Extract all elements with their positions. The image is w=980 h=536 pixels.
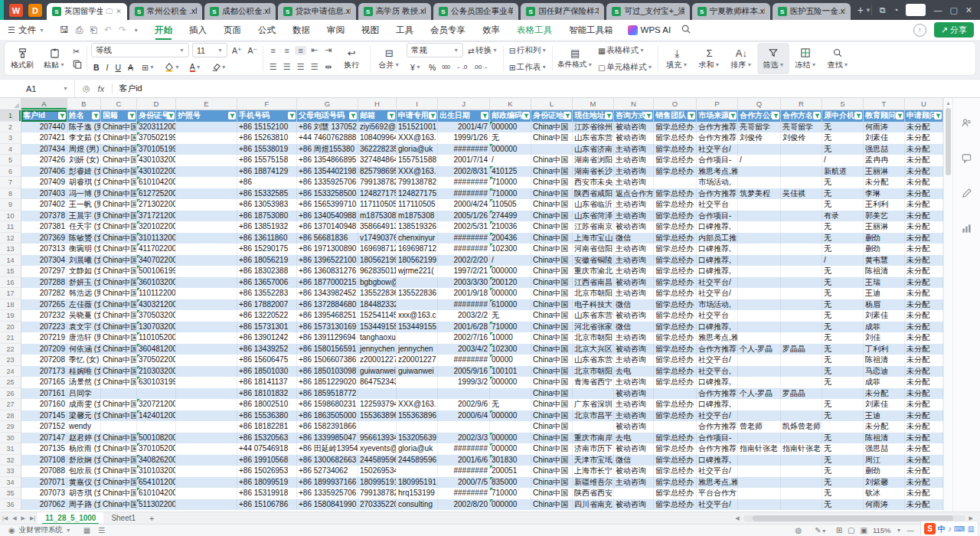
menu-item-效率[interactable]: 效率 [474,20,508,40]
cell-J15[interactable]: 1997/2/21 [438,266,490,277]
cell-E3[interactable] [176,132,237,144]
cell-J25[interactable]: 1999/3/2 [438,377,490,388]
cell-T6[interactable]: 王丽淋 [864,166,905,178]
undo-icon[interactable]: ↶ [104,25,112,35]
cell-K13[interactable]: 102300 [490,243,531,255]
cell-C34[interactable]: China中国 [101,477,137,489]
decrease-font-icon[interactable]: A⁻ [247,46,260,55]
cell-E28[interactable] [176,410,237,422]
cell-R19[interactable] [781,310,822,322]
cell-I36[interactable]: consulting [397,499,438,511]
cell-O4[interactable]: 留学总经办 [654,144,697,155]
cell-E2[interactable] [176,122,237,133]
cell-F25[interactable]: +86 18141137 [237,377,297,388]
cell-B19[interactable]: 吴晓蔓 (女 [67,310,101,322]
column-letter-P[interactable]: P [697,98,738,110]
cell-F31[interactable]: +44 07546918 [237,443,297,455]
cell-T13[interactable]: 蒯劲 [864,243,905,255]
cell-S21[interactable]: 无 [822,332,864,344]
avatar[interactable] [906,4,926,16]
scroll-up-arrow-icon[interactable]: ▲ [944,98,952,107]
cell-J10[interactable]: 2005/1/26 [438,211,490,222]
cell-B18[interactable]: 左佳薇 (女 [67,299,101,311]
header-cell-U[interactable]: 申请顾问 [905,110,943,122]
cell-J24[interactable]: 2005/9/16 [438,366,490,377]
row-number[interactable]: 15 [0,266,21,277]
cell-F24[interactable]: +86 18501030 [237,366,297,377]
cell-J32[interactable]: 2001/6/6 [438,455,490,466]
filter-dropdown-button[interactable] [688,112,695,119]
font-color-button[interactable]: A▼ [188,63,203,72]
cell-M33[interactable]: 上海市长宁 [573,466,614,477]
wrap-text-button[interactable]: ↩ 换行 [335,43,368,74]
cell-D11[interactable]: 32010220020531242X [137,221,176,233]
row-number[interactable]: 21 [0,332,21,344]
cell-L6[interactable]: China中国 [531,166,573,178]
cell-K11[interactable]: 210036 [490,221,531,233]
align-middle-icon[interactable]: ≡ [281,46,292,55]
cell-O16[interactable]: 留学总经办 [654,277,697,289]
cell-P21[interactable]: 雅思考点,雅 [697,332,738,344]
cell-E15[interactable] [176,266,237,277]
cell-S25[interactable]: 无 [822,377,864,388]
cell-A15[interactable]: 207297 [21,266,67,277]
filter-dropdown-button[interactable] [167,112,175,119]
cell-N35[interactable] [614,488,654,499]
cell-T17[interactable]: 王迪 [864,288,905,299]
cell-R11[interactable] [781,221,822,233]
cell-Q25[interactable] [738,377,781,388]
cell-S27[interactable]: 无 [822,399,864,410]
table-style-button[interactable]: ▦ 表格样式▼ [596,45,646,56]
cell-O22[interactable]: 留学总经办 [654,344,697,355]
menu-item-表格工具[interactable]: 表格工具 [508,20,560,40]
cell-O24[interactable]: 留学总经办 [654,366,697,377]
cell-E34[interactable] [176,477,237,489]
cell-T30[interactable]: 陈祖清 [864,433,905,444]
cell-F3[interactable]: +86 15263810 [237,132,297,144]
cell-J16[interactable]: 2003/3/30 [438,277,490,289]
cell-J14[interactable]: 2002/2/20 [438,255,490,266]
cell-L2[interactable]: China中国 [531,122,573,133]
cell-I2[interactable]: 151521001 [397,122,438,133]
cell-M16[interactable]: 江西省南昌 [573,277,614,289]
cell-O30[interactable]: 留学总经办 [654,433,697,444]
print-icon[interactable]: ⎙ [76,25,83,35]
cell-P14[interactable]: 口碑推荐, [697,255,738,266]
cell-G17[interactable]: +86 1343982452 [297,288,358,299]
insert-function-icon[interactable]: ◎ [83,83,90,93]
cell-N22[interactable]: 被动咨询 [614,344,654,355]
cell-C4[interactable]: China中国 [101,144,137,155]
increase-indent-icon[interactable]: ⇥ [322,45,334,55]
cell-O10[interactable]: 留学总经办 [654,211,697,222]
cell-O32[interactable]: 留学总经办 [654,455,697,466]
cell-S22[interactable]: 无 [822,344,864,355]
cell-S29[interactable] [822,421,864,433]
cell-M29[interactable] [573,421,614,433]
cell-B6[interactable]: 彭睿婧 (女 [67,166,101,178]
cell-C31[interactable]: China中国 [101,443,137,455]
filter-dropdown-button[interactable] [128,112,136,119]
cell-D6[interactable]: 430102200208315525 [137,166,176,178]
header-cell-B[interactable]: 姓名 [67,110,101,122]
cell-K29[interactable] [490,421,531,433]
cell-C29[interactable] [101,421,137,433]
cell-T3[interactable]: 刘素佳 [864,132,905,144]
cell-S14[interactable]: / [822,255,864,266]
cell-P5[interactable]: 合作项目- [697,155,738,166]
cell-T10[interactable]: 郭美艺 [864,211,905,222]
cell-L24[interactable]: China中国 [531,366,573,377]
cell-L13[interactable]: China中国 [531,243,573,255]
cell-U16[interactable]: 未分配 [905,277,943,289]
cell-Q8[interactable]: 筑梦美程 [738,188,781,200]
cell-Q29[interactable]: 曾老师 [738,421,781,433]
menu-item-会员专享[interactable]: 会员专享 [422,20,474,40]
menu-item-智能工具箱[interactable]: 智能工具箱 [560,20,622,40]
cell-K15[interactable]: 000000 [490,266,531,277]
cell-I33[interactable] [397,466,438,477]
cell-E29[interactable] [176,421,237,433]
cell-M3[interactable]: 山东省东营 [573,132,614,144]
cell-S33[interactable]: 无 [822,466,864,477]
row-number[interactable]: 20 [0,322,21,333]
cell-K10[interactable]: 274499 [490,211,531,222]
cell-K26[interactable] [490,388,531,400]
